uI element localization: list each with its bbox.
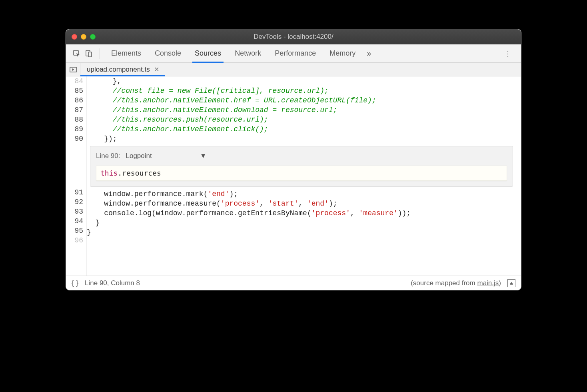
code-comment: //this.anchor.nativeElement.download = r… (87, 106, 337, 114)
logpoint-header: Line 90: Logpoint ▼ (96, 150, 507, 162)
code-text: )); (398, 209, 411, 217)
chevron-down-icon: ▼ (200, 151, 207, 161)
svg-rect-4 (510, 284, 513, 285)
code-text: }); (87, 135, 117, 143)
file-tabs-bar: upload.component.ts ✕ (66, 63, 521, 76)
code-comment: //this.anchor.nativeElement.click(); (87, 125, 268, 133)
logpoint-expression-input[interactable]: this.resources (96, 166, 507, 181)
kebab-menu-icon[interactable]: ⋮ (501, 49, 515, 58)
svg-rect-2 (88, 52, 92, 57)
tab-performance[interactable]: Performance (275, 44, 316, 62)
code-text: ); (229, 190, 238, 198)
code-string: 'end' (208, 190, 229, 198)
cursor-position: Line 90, Column 8 (85, 279, 140, 287)
code-text: } (87, 228, 91, 236)
code-comment: //const file = new File([critical], reso… (87, 87, 329, 95)
show-drawer-icon[interactable] (507, 279, 515, 287)
minimize-window-button[interactable] (81, 34, 86, 40)
tab-console[interactable]: Console (155, 44, 181, 62)
close-file-tab-icon[interactable]: ✕ (154, 66, 159, 73)
traffic-lights (72, 34, 96, 40)
show-navigator-button[interactable] (66, 63, 80, 76)
more-tabs-icon[interactable]: » (367, 49, 371, 58)
line-number: 95 (66, 226, 83, 236)
logpoint-line-label: Line 90: (96, 151, 120, 161)
code-comment: //this.resources.push(resource.url); (87, 116, 268, 124)
code-string: 'measure' (359, 209, 398, 217)
code-string: 'process' (221, 200, 260, 208)
titlebar: DevTools - localhost:4200/ (66, 29, 521, 44)
code-content[interactable]: }, //const file = new File([critical], r… (87, 76, 521, 276)
source-map-prefix: (source mapped from (411, 279, 477, 287)
tab-elements[interactable]: Elements (111, 44, 141, 62)
tab-network[interactable]: Network (235, 44, 261, 62)
close-window-button[interactable] (72, 34, 77, 40)
line-number: 89 (66, 124, 83, 134)
logpoint-panel: Line 90: Logpoint ▼ this.resources (90, 146, 513, 187)
zoom-window-button[interactable] (90, 34, 96, 40)
line-number: 92 (66, 197, 83, 207)
code-text: ); (329, 200, 337, 208)
tab-sources[interactable]: Sources (195, 44, 221, 62)
pretty-print-icon[interactable]: { } (72, 279, 78, 287)
tab-memory[interactable]: Memory (329, 44, 355, 62)
line-number: 90 (66, 134, 83, 144)
code-text: window.performance.mark( (87, 190, 208, 198)
line-gutter: 84 85 86 87 88 89 90 91 92 93 94 95 96 (66, 76, 87, 276)
expr-rest: .resources (118, 169, 161, 177)
code-comment: //this.anchor.nativeElement.href = URL.c… (87, 96, 376, 104)
code-text: window.performance.measure( (87, 200, 221, 208)
line-number: 93 (66, 207, 83, 216)
status-bar: { } Line 90, Column 8 (source mapped fro… (66, 276, 521, 290)
code-text: , (298, 200, 307, 208)
code-text: } (87, 219, 100, 227)
devtools-window: DevTools - localhost:4200/ Elements Cons… (66, 29, 521, 290)
line-number: 96 (66, 236, 83, 245)
file-tab-label: upload.component.ts (87, 66, 150, 74)
line-number: 87 (66, 105, 83, 115)
file-tab-upload-component[interactable]: upload.component.ts ✕ (80, 63, 165, 76)
code-text: console.log(window.performance.getEntrie… (87, 209, 311, 217)
breakpoint-type-value: Logpoint (126, 151, 152, 161)
source-map-info: (source mapped from main.js) (411, 279, 501, 287)
source-map-suffix: ) (499, 279, 501, 287)
line-number: 91 (66, 188, 83, 197)
code-text: , (260, 200, 268, 208)
line-number: 84 (66, 76, 83, 86)
breakpoint-type-dropdown[interactable]: Logpoint ▼ (124, 150, 208, 162)
line-number: 86 (66, 96, 83, 105)
code-string: 'process' (311, 209, 350, 217)
toolbar-separator (100, 48, 100, 59)
code-string: 'start' (268, 200, 299, 208)
line-number: 88 (66, 115, 83, 124)
code-text: }, (87, 77, 121, 85)
source-map-link[interactable]: main.js (477, 279, 499, 287)
code-text: , (350, 209, 359, 217)
line-number: 85 (66, 86, 83, 96)
inspect-element-icon[interactable] (72, 48, 82, 59)
expr-this: this (100, 169, 118, 177)
main-toolbar: Elements Console Sources Network Perform… (66, 44, 521, 63)
device-toolbar-icon[interactable] (84, 48, 94, 59)
code-string: 'end' (307, 200, 329, 208)
code-editor[interactable]: 84 85 86 87 88 89 90 91 92 93 94 95 96 }… (66, 76, 521, 276)
window-title: DevTools - localhost:4200/ (66, 33, 521, 41)
line-number: 94 (66, 216, 83, 226)
panel-tabs: Elements Console Sources Network Perform… (111, 44, 355, 62)
